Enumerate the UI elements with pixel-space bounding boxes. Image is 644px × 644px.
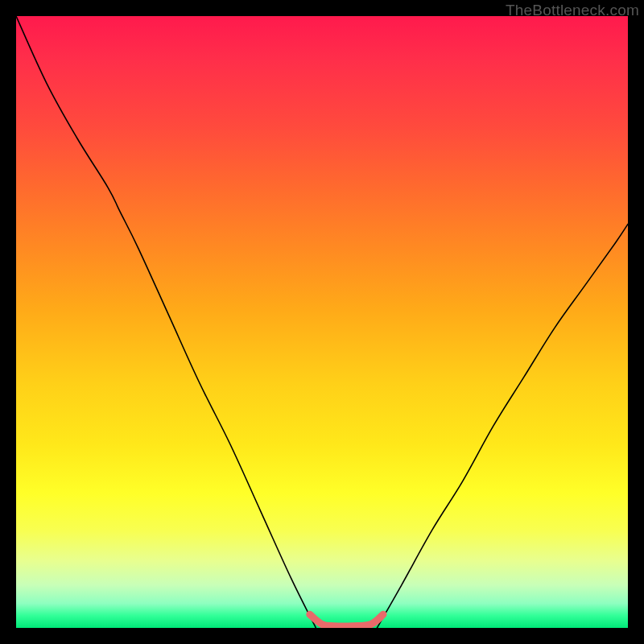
optimal-range-path bbox=[310, 614, 383, 626]
chart-plot-area bbox=[16, 16, 628, 628]
curve-right-path bbox=[377, 224, 628, 628]
chart-svg bbox=[16, 16, 628, 628]
curve-left-path bbox=[16, 16, 316, 628]
chart-frame: TheBottleneck.com bbox=[0, 0, 644, 644]
